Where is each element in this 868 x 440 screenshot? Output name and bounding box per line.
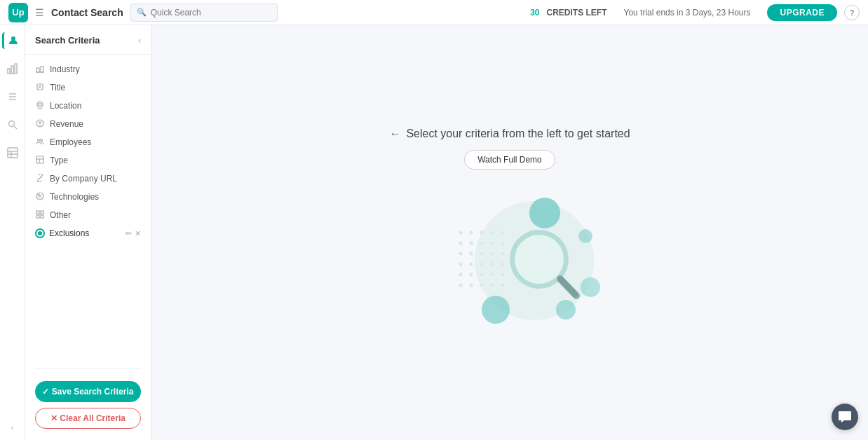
help-icon[interactable]: ? <box>844 5 860 20</box>
svg-point-19 <box>39 103 41 106</box>
exclusions-edit-icon[interactable]: ✏ <box>126 229 132 238</box>
quick-search-wrapper: 🔍 <box>130 4 278 22</box>
prompt-text: Select your criteria from the left to ge… <box>406 128 630 140</box>
criteria-header: Search Criteria ‹ <box>25 35 151 55</box>
location-label: Location <box>50 101 81 111</box>
svg-point-69 <box>482 296 510 324</box>
rail-icon-table[interactable] <box>4 144 21 161</box>
svg-rect-3 <box>15 64 17 74</box>
type-label: Type <box>50 156 68 165</box>
svg-point-46 <box>470 252 473 256</box>
industry-icon <box>35 64 44 74</box>
technologies-icon <box>35 192 44 202</box>
top-nav: Up ☰ Contact Search 🔍 30 CREDITS LEFT Yo… <box>0 0 868 25</box>
exclusions-close-icon[interactable]: ✕ <box>135 229 141 238</box>
exclusions-row: Exclusions ✏ ✕ <box>25 224 151 242</box>
title-icon <box>35 83 44 92</box>
criteria-item-employees[interactable]: Employees <box>25 133 151 151</box>
svg-point-66 <box>529 198 560 228</box>
svg-point-24 <box>40 139 42 142</box>
type-icon <box>35 156 44 165</box>
criteria-collapse-arrow[interactable]: ‹ <box>138 36 141 46</box>
svg-rect-33 <box>36 215 39 218</box>
employees-label: Employees <box>50 137 91 147</box>
prompt-row: ← Select your criteria from the left to … <box>389 128 630 140</box>
save-search-button[interactable]: ✓ Save Search Criteria <box>35 381 141 402</box>
criteria-panel-title: Search Criteria <box>35 35 100 46</box>
svg-point-41 <box>470 242 473 245</box>
svg-point-50 <box>459 263 463 266</box>
svg-rect-32 <box>41 211 43 214</box>
exclusions-label: Exclusions <box>49 228 121 238</box>
svg-rect-1 <box>8 69 10 74</box>
rail-collapse[interactable]: ‹ <box>11 423 14 432</box>
company-url-icon <box>35 174 44 184</box>
exclusions-actions: ✏ ✕ <box>126 229 141 238</box>
prompt-arrow: ← <box>389 128 400 140</box>
rail-icon-list[interactable] <box>4 88 21 105</box>
exclusions-icon <box>35 228 45 238</box>
criteria-item-company-url[interactable]: By Company URL <box>25 170 151 188</box>
trial-text: You trial ends in 3 Days, 23 Hours <box>623 8 750 18</box>
svg-line-8 <box>14 126 17 129</box>
revenue-icon <box>35 119 44 129</box>
chat-bubble[interactable] <box>832 404 858 430</box>
clear-criteria-button[interactable]: ✕ Clear All Criteria <box>35 408 141 429</box>
svg-point-36 <box>470 231 473 235</box>
quick-search-input[interactable] <box>151 8 271 18</box>
rail-icon-chart[interactable] <box>4 60 21 77</box>
rail-icon-person[interactable] <box>2 32 21 49</box>
svg-rect-9 <box>8 148 18 158</box>
icon-rail: ‹ <box>0 25 25 440</box>
svg-point-7 <box>8 121 14 127</box>
other-icon <box>35 210 44 220</box>
criteria-panel: Search Criteria ‹ Industry Title L <box>25 25 151 440</box>
company-url-label: By Company URL <box>50 174 117 184</box>
criteria-item-location[interactable]: Location <box>25 97 151 115</box>
svg-rect-16 <box>37 84 43 90</box>
criteria-buttons: ✓ Save Search Criteria ✕ Clear All Crite… <box>25 374 151 440</box>
svg-rect-25 <box>36 156 43 163</box>
criteria-list: Industry Title Location Revenue <box>25 55 151 362</box>
technologies-label: Technologies <box>50 192 99 202</box>
search-icon: 🔍 <box>137 8 147 17</box>
other-label: Other <box>50 210 71 220</box>
watch-demo-button[interactable]: Watch Full Demo <box>464 150 555 170</box>
criteria-item-title[interactable]: Title <box>25 78 151 97</box>
credits-count: 30 <box>530 8 539 18</box>
hamburger-icon[interactable]: ☰ <box>35 7 44 18</box>
svg-rect-2 <box>11 66 13 74</box>
logo[interactable]: Up <box>8 3 28 22</box>
criteria-item-technologies[interactable]: Technologies <box>25 188 151 206</box>
revenue-label: Revenue <box>50 119 83 129</box>
svg-rect-13 <box>36 68 39 72</box>
svg-point-55 <box>459 273 463 277</box>
main-content: ← Select your criteria from the left to … <box>151 25 868 440</box>
svg-point-40 <box>459 242 463 245</box>
criteria-item-industry[interactable]: Industry <box>25 60 151 78</box>
svg-point-72 <box>515 235 564 284</box>
credits-label: CREDITS LEFT <box>546 8 606 18</box>
criteria-item-type[interactable]: Type <box>25 151 151 170</box>
svg-point-51 <box>470 263 473 266</box>
svg-point-60 <box>459 284 463 287</box>
upgrade-button[interactable]: UPGRADE <box>767 4 837 21</box>
title-label: Title <box>50 83 65 92</box>
svg-point-56 <box>470 273 473 277</box>
svg-point-35 <box>459 231 463 235</box>
svg-point-70 <box>556 300 576 319</box>
svg-rect-14 <box>41 67 43 72</box>
svg-point-45 <box>459 252 463 256</box>
criteria-item-other[interactable]: Other <box>25 206 151 224</box>
svg-point-30 <box>39 195 41 198</box>
criteria-item-revenue[interactable]: Revenue <box>25 115 151 133</box>
svg-rect-31 <box>36 211 39 214</box>
svg-line-28 <box>39 177 41 179</box>
svg-rect-34 <box>41 215 43 218</box>
rail-icon-search[interactable] <box>4 116 21 133</box>
svg-point-68 <box>581 277 600 297</box>
industry-label: Industry <box>50 64 80 74</box>
employees-icon <box>35 137 44 147</box>
location-icon <box>35 101 44 111</box>
main-layout: ‹ Search Criteria ‹ Industry Title <box>0 25 868 440</box>
